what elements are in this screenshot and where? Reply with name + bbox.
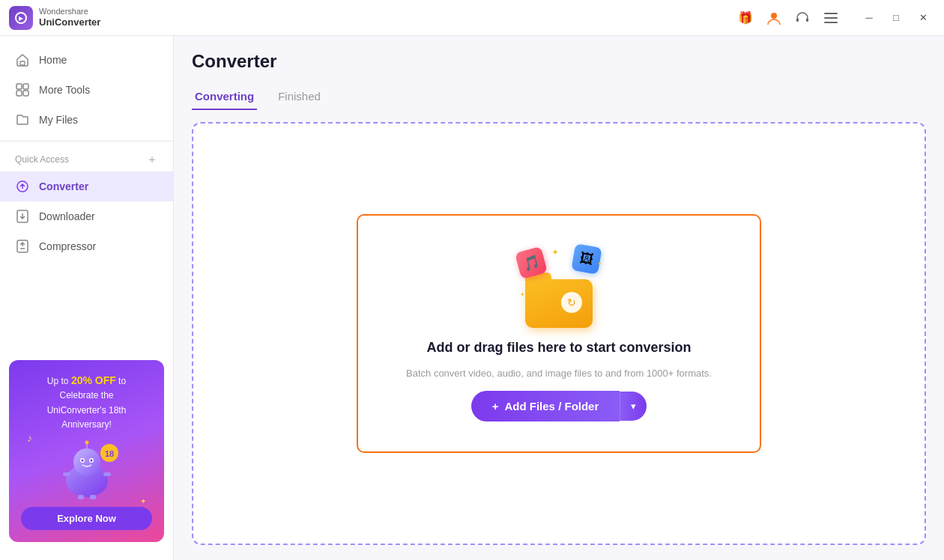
svg-rect-5 — [824, 22, 838, 23]
svg-rect-2 — [806, 18, 808, 22]
sidebar-item-more-tools-label: More Tools — [39, 84, 90, 96]
svg-point-0 — [771, 13, 777, 19]
sparkle-decoration-3: ✦ — [520, 291, 525, 298]
app-logo — [9, 6, 33, 30]
drop-illustration: ↻ 🎵 🖼 ✦ ✦ ✦ — [514, 246, 604, 328]
svg-rect-6 — [20, 61, 25, 65]
promo-card: Up to 20% OFF toCelebrate theUniConverte… — [9, 360, 164, 542]
more-tools-icon — [15, 82, 30, 97]
sidebar-item-compressor-label: Compressor — [39, 240, 96, 252]
sidebar-item-downloader[interactable]: Downloader — [0, 201, 173, 231]
converter-icon — [15, 179, 30, 194]
svg-text:18: 18 — [104, 449, 113, 458]
sidebar-item-converter[interactable]: Converter — [0, 171, 173, 201]
content-area: Converter Converting Finished ↻ 🎵 🖼 ✦ ✦ … — [174, 36, 944, 560]
promo-text: Up to 20% OFF toCelebrate theUniConverte… — [47, 372, 127, 432]
add-files-folder-button[interactable]: + Add Files / Folder — [471, 391, 620, 421]
svg-rect-4 — [824, 17, 838, 19]
svg-point-21 — [85, 441, 88, 445]
main-layout: Home More Tools My Files — [0, 36, 944, 560]
sidebar: Home More Tools My Files — [0, 36, 174, 560]
drop-inner: ↻ 🎵 🖼 ✦ ✦ ✦ Add or drag files here to st… — [357, 214, 761, 453]
close-button[interactable]: ✕ — [911, 7, 935, 28]
svg-rect-9 — [16, 91, 22, 96]
svg-rect-24 — [78, 495, 84, 499]
quick-access-header: Quick Access ＋ — [0, 147, 173, 171]
sidebar-item-more-tools[interactable]: More Tools — [0, 75, 173, 105]
sidebar-divider — [0, 141, 173, 141]
promo-discount: 20% OFF — [71, 374, 116, 386]
add-icon: + — [492, 400, 499, 413]
svg-point-18 — [81, 460, 83, 462]
sidebar-item-home-label: Home — [39, 54, 67, 66]
svg-rect-10 — [23, 91, 28, 96]
sidebar-item-downloader-label: Downloader — [39, 210, 95, 222]
tab-finished[interactable]: Finished — [275, 84, 324, 110]
downloader-icon — [15, 209, 30, 224]
sparkle-decoration-2: ✦ — [597, 261, 602, 267]
titlebar: Wondershare UniConverter 🎁 — [0, 0, 944, 36]
sidebar-item-converter-label: Converter — [39, 180, 88, 192]
svg-rect-3 — [824, 13, 838, 14]
maximize-button[interactable]: □ — [884, 7, 908, 28]
sparkle-decoration-1: ✦ — [551, 247, 559, 258]
sidebar-footer: Up to 20% OFF toCelebrate theUniConverte… — [0, 351, 173, 551]
add-button-label: Add Files / Folder — [504, 400, 599, 413]
svg-point-15 — [73, 448, 100, 475]
drop-zone-title: Add or drag files here to start conversi… — [426, 340, 691, 356]
my-files-icon — [15, 112, 30, 127]
page-title: Converter — [192, 51, 926, 72]
promo-art: 18 — [21, 432, 152, 507]
quick-access-add-button[interactable]: ＋ — [146, 153, 158, 165]
add-button-group: + Add Files / Folder ▾ — [471, 391, 647, 421]
promo-text-before: Up to — [47, 376, 71, 386]
add-dropdown-button[interactable]: ▾ — [620, 392, 647, 421]
quick-access-label: Quick Access — [15, 154, 69, 165]
folder-arrow-icon: ↻ — [561, 292, 582, 313]
gift-icon[interactable]: 🎁 — [737, 10, 754, 26]
sidebar-item-my-files-label: My Files — [39, 114, 78, 126]
image-file-icon: 🖼 — [571, 243, 602, 275]
drop-area[interactable]: ↻ 🎵 🖼 ✦ ✦ ✦ Add or drag files here to st… — [192, 122, 926, 545]
drop-zone-subtitle: Batch convert video, audio, and image fi… — [406, 368, 712, 379]
svg-point-19 — [90, 460, 92, 462]
svg-rect-8 — [23, 84, 28, 89]
menu-icon[interactable] — [823, 10, 839, 26]
folder-body: ↻ — [525, 279, 593, 328]
explore-now-button[interactable]: Explore Now — [21, 507, 152, 530]
sidebar-item-compressor[interactable]: Compressor — [0, 231, 173, 261]
tabs: Converting Finished — [192, 84, 926, 110]
sidebar-item-my-files[interactable]: My Files — [0, 105, 173, 135]
svg-rect-27 — [103, 472, 111, 476]
headset-icon[interactable] — [794, 10, 811, 26]
user-icon[interactable] — [766, 10, 782, 26]
svg-rect-26 — [63, 472, 70, 476]
minimize-button[interactable]: ─ — [857, 7, 881, 28]
titlebar-left: Wondershare UniConverter — [9, 6, 100, 30]
home-icon — [15, 52, 30, 67]
svg-rect-25 — [90, 495, 96, 499]
titlebar-right: 🎁 ─ □ ✕ — [737, 7, 935, 28]
window-controls: ─ □ ✕ — [857, 7, 935, 28]
svg-rect-7 — [16, 84, 22, 89]
sidebar-item-home[interactable]: Home — [0, 45, 173, 75]
compressor-icon — [15, 239, 30, 254]
app-name: Wondershare UniConverter — [39, 7, 100, 28]
tab-converting[interactable]: Converting — [192, 84, 257, 110]
svg-rect-1 — [796, 18, 799, 22]
